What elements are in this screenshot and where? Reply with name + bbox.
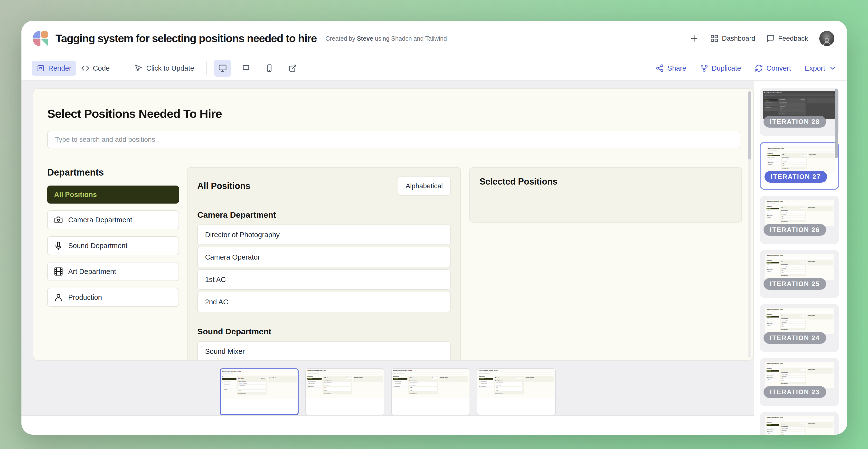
mini-app-preview: Select Positions Needed To HireType to s…: [765, 416, 834, 435]
search-input[interactable]: [47, 131, 740, 148]
iteration-card-iteration-26[interactable]: Select Positions Needed To HireType to s…: [760, 196, 839, 244]
toolbar: Render Code Click to Update: [22, 56, 847, 81]
feedback-label: Feedback: [778, 35, 808, 42]
mini-app-preview: Select Positions Needed To HireType to s…: [766, 147, 835, 173]
app-preview-card: Select Positions Needed To Hire Departme…: [33, 88, 754, 361]
mini-preview-fit: Select Positions Needed To HireType to s…: [765, 200, 834, 226]
feedback-button[interactable]: Feedback: [767, 34, 808, 43]
iteration-badge: ITERATION 25: [764, 278, 826, 290]
code-label: Code: [93, 64, 110, 72]
dashboard-grid-icon: [710, 34, 718, 43]
department-label: Camera Department: [68, 216, 132, 224]
mini-preview-fit: Select Positions Needed To HireType to s…: [766, 147, 835, 173]
feedback-bubble-icon: [767, 34, 775, 43]
carousel-thumbnail-2[interactable]: Select Positions Needed To HireType to s…: [305, 368, 384, 415]
mini-preview-fit: Select Positions Needed To HireType to s…: [392, 369, 470, 398]
open-preview-icon: [288, 64, 297, 72]
mic-icon: [54, 241, 63, 250]
department-button-art-department[interactable]: Art Department: [47, 262, 179, 281]
code-icon: [81, 64, 89, 72]
position-section-heading: Sound Department: [197, 327, 451, 336]
render-icon: [36, 64, 45, 72]
selected-positions-heading: Selected Positions: [479, 177, 732, 187]
mini-app-preview: Select Positions Needed To HireType to s…: [765, 254, 834, 280]
convert-button[interactable]: Convert: [755, 64, 791, 72]
toolbar-right-actions: Share Duplicate Convert Export: [656, 64, 837, 72]
departments-column: Departments All PositionsCamera Departme…: [47, 167, 179, 361]
dashboard-label: Dashboard: [722, 35, 755, 42]
new-project-icon[interactable]: [689, 34, 699, 43]
share-button[interactable]: Share: [656, 64, 686, 72]
bottom-strip: [22, 415, 754, 435]
department-label: Art Department: [68, 267, 116, 276]
mini-preview-fit: Select Positions Needed To HireType to s…: [765, 254, 834, 280]
iteration-card-iteration-23[interactable]: Select Positions Needed To HireType to s…: [760, 358, 839, 406]
iteration-screenshot: Select Positions Needed To HireType to s…: [765, 362, 834, 388]
iteration-screenshot: Select Positions Needed To HireType to s…: [765, 254, 834, 280]
click-to-update-label: Click to Update: [146, 64, 194, 72]
iterations-sidebar: Select Positions Needed To HireType to s…: [754, 81, 847, 435]
toolbar-divider: [122, 62, 122, 75]
position-item-camera-operator[interactable]: Camera Operator: [197, 247, 451, 267]
duplicate-label: Duplicate: [712, 64, 741, 72]
camera-icon: [54, 216, 63, 224]
positions-sections: Camera DepartmentDirector of Photography…: [197, 210, 451, 361]
carousel-thumbnail-3[interactable]: Select Positions Needed To HireType to s…: [391, 368, 470, 415]
department-button-camera-department[interactable]: Camera Department: [47, 211, 179, 229]
render-tab[interactable]: Render: [32, 61, 76, 76]
position-item-1st-ac[interactable]: 1st AC: [197, 269, 451, 290]
iteration-card-iteration-25[interactable]: Select Positions Needed To HireType to s…: [760, 250, 839, 298]
desktop-background: Tagging system for selecting positions n…: [0, 0, 868, 449]
iteration-badge: ITERATION 27: [765, 171, 827, 183]
open-preview-button[interactable]: [284, 60, 301, 77]
cursor-icon: [134, 64, 143, 72]
sidebar-scrollbar-thumb[interactable]: [835, 89, 838, 158]
department-button-production[interactable]: Production: [47, 288, 179, 307]
magic-patterns-logo: [33, 31, 48, 46]
preview-canvas: Select Positions Needed To Hire Departme…: [22, 81, 754, 415]
desktop-preview-button[interactable]: [214, 60, 231, 77]
iteration-screenshot: Select Positions Needed To HireType to s…: [765, 200, 834, 226]
code-tab[interactable]: Code: [76, 61, 115, 76]
mini-app-preview: Select Positions Needed To HireType to s…: [763, 91, 836, 119]
carousel-thumbnail-1[interactable]: Select Positions Needed To HireType to s…: [220, 368, 299, 415]
convert-icon: [755, 64, 763, 72]
mini-app-preview: Select Positions Needed To HireType to s…: [392, 369, 470, 398]
department-label: All Positions: [54, 191, 97, 199]
preview-scrollbar-thumb[interactable]: [748, 91, 751, 159]
position-item-sound-mixer[interactable]: Sound Mixer: [197, 341, 451, 361]
department-button-all-positions[interactable]: All Positions: [47, 186, 179, 203]
iteration-badge: ITERATION 28: [764, 116, 826, 128]
duplicate-icon: [700, 64, 708, 72]
laptop-icon: [242, 64, 250, 72]
alphabetical-button[interactable]: Alphabetical: [398, 177, 451, 195]
app-title: Select Positions Needed To Hire: [47, 107, 739, 121]
mini-app-preview: Select Positions Needed To HireType to s…: [306, 369, 384, 398]
carousel-thumbnail-4[interactable]: Select Positions Needed To HireType to s…: [477, 368, 556, 415]
department-button-sound-department[interactable]: Sound Department: [47, 236, 179, 255]
chevron-down-icon: [829, 64, 837, 72]
mobile-preview-button[interactable]: [261, 60, 278, 77]
laptop-preview-button[interactable]: [238, 60, 254, 77]
all-positions-header: All Positions Alphabetical: [197, 177, 451, 195]
click-to-update-button[interactable]: Click to Update: [130, 61, 199, 76]
iteration-card-iteration-24[interactable]: Select Positions Needed To HireType to s…: [760, 304, 839, 352]
iteration-card-iteration-28[interactable]: Select Positions Needed To HireType to s…: [760, 88, 839, 136]
departments-list: All PositionsCamera DepartmentSound Depa…: [47, 186, 179, 307]
mini-preview-fit: Select Positions Needed To HireType to s…: [765, 416, 834, 435]
dashboard-button[interactable]: Dashboard: [710, 34, 755, 43]
iteration-card-iteration-27[interactable]: Select Positions Needed To HireType to s…: [760, 142, 839, 190]
position-rows: Director of PhotographyCamera Operator1s…: [197, 224, 451, 312]
position-item-2nd-ac[interactable]: 2nd AC: [197, 292, 451, 312]
iteration-badge: ITERATION 24: [764, 332, 826, 344]
mini-app-preview: Select Positions Needed To HireType to s…: [765, 308, 834, 334]
selected-positions-panel: Selected Positions: [469, 167, 742, 223]
user-icon: [54, 293, 63, 302]
position-item-director-of-photography[interactable]: Director of Photography: [197, 224, 451, 245]
duplicate-button[interactable]: Duplicate: [700, 64, 741, 72]
export-button[interactable]: Export: [805, 64, 837, 72]
mini-app-preview: Select Positions Needed To HireType to s…: [765, 200, 834, 226]
avatar[interactable]: [819, 31, 834, 46]
iteration-card-partial[interactable]: Select Positions Needed To HireType to s…: [760, 412, 839, 435]
department-label: Sound Department: [68, 242, 127, 250]
